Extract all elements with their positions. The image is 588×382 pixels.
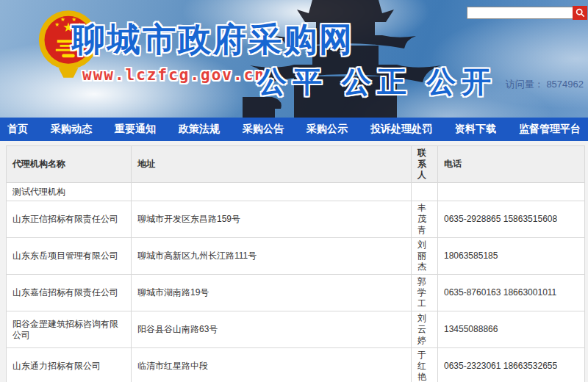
agency-address: 临清市红星路中段 — [132, 348, 412, 382]
agency-name: 阳谷金罡建筑招标咨询有限公司 — [7, 311, 132, 348]
search-input[interactable] — [467, 7, 576, 19]
nav-item-downloads[interactable]: 资料下载 — [455, 123, 496, 136]
column-header-address: 地址 — [132, 146, 412, 183]
nav-item-supervision-platform[interactable]: 监督管理平台 — [519, 123, 581, 136]
search-icon — [576, 8, 585, 18]
agency-contact: 于红艳 — [412, 348, 438, 382]
agency-name: 山东通力招标有限公司 — [7, 348, 132, 382]
agency-contact — [412, 183, 438, 201]
agency-address — [132, 183, 412, 201]
agency-name: 山东东岳项目管理有限公司 — [7, 238, 132, 275]
agency-address: 聊城市湖南路19号 — [132, 275, 412, 311]
table-row: 测试代理机构 — [7, 183, 585, 201]
nav-item-procurement-news[interactable]: 采购动态 — [51, 123, 92, 136]
agency-contact: 丰茂青 — [412, 201, 438, 238]
agency-name: 山东嘉信招标有限责任公司 — [7, 275, 132, 311]
agency-table: 代理机构名称 地址 联系人 电话 测试代理机构 山东正信招标有限责任公司 聊城市… — [6, 145, 585, 382]
table-row: 山东嘉信招标有限责任公司 聊城市湖南路19号 郭学工 0635-8760163 … — [7, 275, 585, 311]
nav-item-important-notices[interactable]: 重要通知 — [115, 123, 156, 136]
site-slogan: 公平 公正 公开 — [257, 62, 497, 102]
nav-item-complaints[interactable]: 投诉处理处罚 — [370, 123, 432, 136]
agency-contact: 郭学工 — [412, 275, 438, 311]
nav-item-procurement-publicity[interactable]: 采购公示 — [306, 123, 348, 136]
svg-text:★: ★ — [54, 21, 60, 28]
table-row: 山东通力招标有限公司 临清市红星路中段 于红艳 0635-2323061 186… — [7, 348, 585, 382]
agency-address: 聊城市开发区东昌路159号 — [132, 201, 412, 238]
table-header-row: 代理机构名称 地址 联系人 电话 — [7, 146, 585, 183]
nav-item-home[interactable]: 首页 — [7, 123, 28, 136]
agency-address: 阳谷县谷山南路63号 — [132, 311, 412, 348]
visit-counter-value: 8574962 — [546, 79, 584, 90]
agency-phone: 18063585185 — [438, 238, 585, 275]
site-banner: ★ ★ ★ ★ ★ 聊城市政府采购网 www.lczfcg.gov.cn 公平 … — [0, 0, 588, 118]
site-title: 聊城市政府采购网 — [72, 18, 354, 62]
agency-address: 聊城市高新区九州长江路111号 — [132, 238, 412, 275]
column-header-phone: 电话 — [438, 146, 585, 183]
agency-phone: 0635-2928865 15863515608 — [438, 201, 585, 238]
table-row: 山东东岳项目管理有限公司 聊城市高新区九州长江路111号 刘丽杰 1806358… — [7, 238, 585, 275]
agency-phone: 0635-8760163 18663001011 — [438, 275, 585, 311]
visit-counter: 访问量： 8574962 — [506, 78, 584, 91]
agency-phone: 13455088866 — [438, 311, 585, 348]
svg-text:★: ★ — [60, 16, 65, 23]
agency-name: 山东正信招标有限责任公司 — [7, 201, 132, 238]
column-header-agency-name: 代理机构名称 — [7, 146, 132, 183]
site-url: www.lczfcg.gov.cn — [82, 66, 265, 84]
agency-phone: 0635-2323061 18663532655 — [438, 348, 585, 382]
main-content: 代理机构名称 地址 联系人 电话 测试代理机构 山东正信招标有限责任公司 聊城市… — [0, 141, 588, 382]
visit-counter-label: 访问量： — [506, 79, 544, 90]
agency-name: 测试代理机构 — [7, 183, 132, 201]
column-header-contact: 联系人 — [412, 146, 438, 183]
nav-item-policies[interactable]: 政策法规 — [179, 123, 220, 136]
table-row: 阳谷金罡建筑招标咨询有限公司 阳谷县谷山南路63号 刘云婷 1345508886… — [7, 311, 585, 348]
agency-contact: 刘云婷 — [412, 311, 438, 348]
agency-contact: 刘丽杰 — [412, 238, 438, 275]
table-row: 山东正信招标有限责任公司 聊城市开发区东昌路159号 丰茂青 0635-2928… — [7, 201, 585, 238]
search-button[interactable] — [573, 6, 587, 20]
nav-item-procurement-announcements[interactable]: 采购公告 — [243, 123, 284, 136]
agency-phone — [438, 183, 585, 201]
main-navbar: 首页 采购动态 重要通知 政策法规 采购公告 采购公示 投诉处理处罚 资料下载 … — [0, 118, 588, 141]
